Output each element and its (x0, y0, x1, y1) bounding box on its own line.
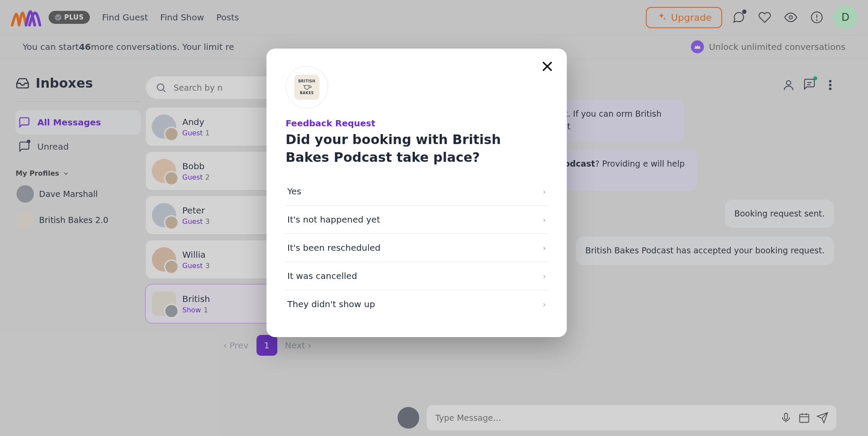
chevron-right-icon: › (543, 272, 546, 281)
feedback-modal: BRITISH BAKES Feedback Request Did your … (266, 49, 567, 337)
option-rescheduled[interactable]: It's been rescheduled› (286, 234, 548, 262)
option-label: Yes (287, 186, 301, 197)
option-cancelled[interactable]: It was cancelled› (286, 262, 548, 290)
option-label: They didn't show up (287, 299, 375, 309)
close-button[interactable] (540, 59, 555, 74)
chevron-right-icon: › (543, 243, 546, 252)
option-label: It's been rescheduled (287, 243, 381, 253)
option-no-show[interactable]: They didn't show up› (286, 290, 548, 318)
option-yes[interactable]: Yes› (286, 177, 548, 206)
modal-title: Did your booking with British Bakes Podc… (286, 131, 548, 166)
modal-kicker: Feedback Request (286, 118, 548, 128)
chevron-right-icon: › (543, 300, 546, 309)
option-label: It was cancelled (287, 271, 357, 281)
teacup-icon (302, 84, 312, 90)
modal-logo: BRITISH BAKES (286, 66, 328, 108)
chevron-right-icon: › (543, 187, 546, 196)
option-not-happened[interactable]: It's not happened yet› (286, 206, 548, 234)
chevron-right-icon: › (543, 215, 546, 224)
option-label: It's not happened yet (287, 214, 380, 225)
close-icon (540, 59, 555, 74)
